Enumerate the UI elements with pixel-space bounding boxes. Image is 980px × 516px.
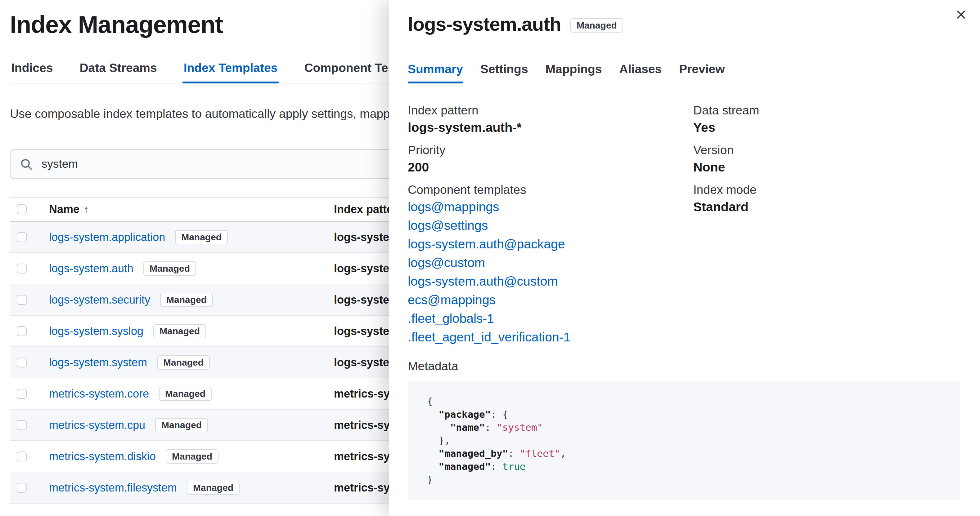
component-template-link[interactable]: logs@mappings xyxy=(408,197,499,216)
column-header-name[interactable]: Name ↑ xyxy=(49,203,89,216)
tab-indices[interactable]: Indices xyxy=(10,61,54,83)
row-checkbox[interactable] xyxy=(17,326,27,336)
row-checkbox[interactable] xyxy=(17,295,27,305)
row-checkbox[interactable] xyxy=(17,420,27,430)
row-checkbox[interactable] xyxy=(17,389,27,399)
summary-value: Yes xyxy=(693,119,960,136)
managed-badge: Managed xyxy=(175,230,228,245)
row-checkbox[interactable] xyxy=(17,483,27,493)
tab-summary[interactable]: Summary xyxy=(408,62,463,83)
row-checkbox[interactable] xyxy=(17,357,27,367)
code-line: "managed": true xyxy=(427,460,941,473)
summary-label: Version xyxy=(693,142,960,158)
managed-badge: Managed xyxy=(155,418,208,432)
summary-value: Standard xyxy=(693,198,960,216)
code-line: } xyxy=(427,473,941,486)
template-details-flyout: logs-system.auth Managed SummarySettings… xyxy=(389,0,980,516)
summary-left-column: Index patternlogs-system.auth-*Priority2… xyxy=(408,103,693,346)
row-checkbox[interactable] xyxy=(17,451,27,461)
template-name-link[interactable]: metrics-system.cpu xyxy=(49,419,145,432)
row-checkbox[interactable] xyxy=(17,264,27,273)
managed-badge: Managed xyxy=(143,261,196,276)
template-name-link[interactable]: logs-system.application xyxy=(49,231,165,244)
code-line: { xyxy=(427,395,941,408)
sort-ascending-icon: ↑ xyxy=(84,204,89,215)
flyout-title: logs-system.auth xyxy=(408,13,561,35)
component-template-link[interactable]: logs@custom xyxy=(408,253,485,272)
summary-right-column: Data streamYesVersionNoneIndex modeStand… xyxy=(693,103,960,346)
template-name-link[interactable]: logs-system.system xyxy=(49,356,147,369)
flyout-tabs: SummarySettingsMappingsAliasesPreview xyxy=(408,62,960,83)
template-name-link[interactable]: metrics-system.filesystem xyxy=(49,481,177,494)
summary-value: logs-system.auth-* xyxy=(408,119,693,136)
template-name-link[interactable]: logs-system.security xyxy=(49,293,150,306)
code-line: "managed_by": "fleet", xyxy=(427,447,941,460)
metadata-code-block: { "package": { "name": "system" }, "mana… xyxy=(408,381,960,500)
close-icon[interactable] xyxy=(954,8,968,22)
managed-badge: Managed xyxy=(157,356,210,370)
flyout-title-row: logs-system.auth Managed xyxy=(408,13,960,35)
managed-badge: Managed xyxy=(153,324,206,338)
select-all-checkbox[interactable] xyxy=(17,204,27,214)
row-checkbox[interactable] xyxy=(17,232,27,242)
component-template-link[interactable]: ecs@mappings xyxy=(408,291,496,309)
column-header-name-label: Name xyxy=(49,203,80,216)
summary-item-version: VersionNone xyxy=(693,142,960,176)
template-name-link[interactable]: logs-system.auth xyxy=(49,262,134,275)
code-line: }, xyxy=(427,434,941,447)
tab-index-templates[interactable]: Index Templates xyxy=(183,61,279,83)
summary-value: None xyxy=(693,159,960,176)
managed-badge: Managed xyxy=(159,387,212,401)
metadata-label: Metadata xyxy=(408,359,960,373)
template-name-link[interactable]: metrics-system.core xyxy=(49,387,149,400)
summary-label: Data stream xyxy=(693,103,960,118)
summary-label: Priority xyxy=(408,142,693,158)
summary-label: Index pattern xyxy=(408,103,693,118)
component-template-link[interactable]: .fleet_globals-1 xyxy=(408,309,494,328)
managed-badge: Managed xyxy=(570,18,623,33)
managed-badge: Managed xyxy=(166,449,218,464)
summary-label: Index mode xyxy=(693,182,960,197)
summary-item-index-pattern: Index patternlogs-system.auth-* xyxy=(408,103,693,136)
code-line: "package": { xyxy=(427,408,941,421)
component-template-link[interactable]: .fleet_agent_id_verification-1 xyxy=(408,328,570,346)
tab-mappings[interactable]: Mappings xyxy=(546,62,602,83)
component-template-link[interactable]: logs-system.auth@package xyxy=(408,235,565,253)
metadata-section: Metadata { "package": { "name": "system"… xyxy=(408,359,960,500)
component-templates: Component templateslogs@mappingslogs@set… xyxy=(408,182,693,346)
managed-badge: Managed xyxy=(160,293,213,307)
tab-preview[interactable]: Preview xyxy=(679,62,725,83)
template-name-link[interactable]: logs-system.syslog xyxy=(49,325,143,338)
summary-item-priority: Priority200 xyxy=(408,142,693,176)
summary-section: Index patternlogs-system.auth-*Priority2… xyxy=(408,103,960,346)
summary-item-index-mode: Index modeStandard xyxy=(693,182,960,216)
component-template-link[interactable]: logs@settings xyxy=(408,216,488,235)
summary-item-data-stream: Data streamYes xyxy=(693,103,960,136)
component-templates-label: Component templates xyxy=(408,182,693,197)
tab-data-streams[interactable]: Data Streams xyxy=(78,61,158,83)
component-template-link[interactable]: logs-system.auth@custom xyxy=(408,272,558,291)
template-name-link[interactable]: metrics-system.diskio xyxy=(49,450,156,463)
tab-aliases[interactable]: Aliases xyxy=(619,62,662,83)
summary-value: 200 xyxy=(408,159,693,176)
metadata-code-lines: { "package": { "name": "system" }, "mana… xyxy=(427,395,941,486)
tab-settings[interactable]: Settings xyxy=(480,62,528,83)
managed-badge: Managed xyxy=(187,481,240,495)
code-line: "name": "system" xyxy=(427,421,941,434)
